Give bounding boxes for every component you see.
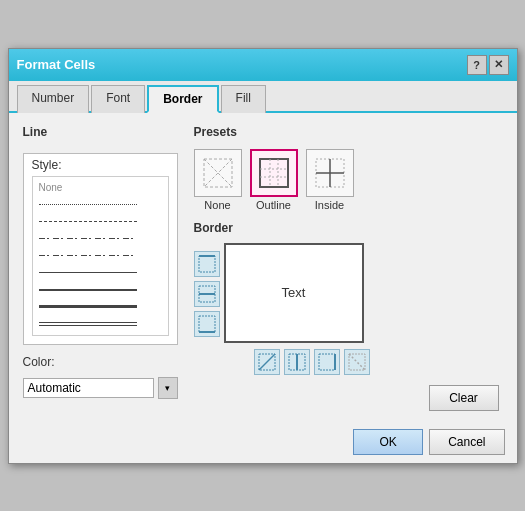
- presets-label: Presets: [194, 125, 503, 139]
- double-line: [39, 322, 137, 326]
- line-style-none[interactable]: None: [37, 181, 164, 195]
- svg-rect-15: [199, 316, 215, 332]
- preset-none-icon: [194, 149, 242, 197]
- border-top-icon: [198, 255, 216, 273]
- format-cells-dialog: Format Cells ? ✕ Number Font Border Fill…: [8, 48, 518, 464]
- preset-none-label: None: [204, 199, 230, 211]
- preset-outline-icon: [250, 149, 298, 197]
- line-style-double[interactable]: [37, 317, 164, 331]
- clear-button[interactable]: Clear: [429, 385, 499, 411]
- dialog-title: Format Cells: [17, 57, 96, 72]
- border-btn-top[interactable]: [194, 251, 220, 277]
- preset-inside[interactable]: Inside: [306, 149, 354, 211]
- line-none-label: None: [39, 182, 63, 193]
- line-style-dashed1[interactable]: [37, 215, 164, 229]
- color-label: Color:: [23, 355, 178, 369]
- line-group-label: Line: [23, 125, 178, 139]
- style-label: Style:: [32, 158, 169, 172]
- line-section: Style: None: [23, 153, 178, 345]
- svg-rect-21: [319, 354, 335, 370]
- svg-line-18: [259, 354, 275, 370]
- border-preview-text: Text: [282, 285, 306, 300]
- border-btn-diag-down[interactable]: [254, 349, 280, 375]
- tabs-row: Number Font Border Fill: [9, 81, 517, 113]
- border-area: Text: [194, 243, 503, 375]
- line-style-thick[interactable]: [37, 300, 164, 314]
- border-middle-h-icon: [198, 285, 216, 303]
- left-panel: Line Style: None: [23, 125, 178, 411]
- border-label: Border: [194, 221, 503, 235]
- line-style-thin[interactable]: [37, 266, 164, 280]
- tab-number[interactable]: Number: [17, 85, 90, 113]
- border-preview[interactable]: Text: [224, 243, 364, 343]
- preset-inside-label: Inside: [315, 199, 344, 211]
- border-btn-diag-up[interactable]: [344, 349, 370, 375]
- border-bottom-icon: [198, 315, 216, 333]
- color-value: Automatic: [28, 381, 81, 395]
- content-area: Line Style: None: [9, 113, 517, 423]
- thick-line: [39, 305, 137, 308]
- dashed-line: [39, 221, 137, 222]
- line-style-med[interactable]: [37, 283, 164, 297]
- svg-line-24: [349, 354, 365, 370]
- cancel-button[interactable]: Cancel: [429, 429, 504, 455]
- preset-none[interactable]: None: [194, 149, 242, 211]
- color-select-box[interactable]: Automatic: [23, 378, 154, 398]
- border-buttons-bottom: [224, 349, 370, 375]
- preset-outline-label: Outline: [256, 199, 291, 211]
- preset-outline[interactable]: Outline: [250, 149, 298, 211]
- tab-border[interactable]: Border: [147, 85, 218, 113]
- border-buttons-left: [194, 243, 220, 337]
- title-bar: Format Cells ? ✕: [9, 49, 517, 81]
- help-button[interactable]: ?: [467, 55, 487, 75]
- border-btn-left[interactable]: [284, 349, 310, 375]
- presets-section: Presets None: [194, 125, 503, 211]
- svg-rect-23: [349, 354, 365, 370]
- border-btn-middle-h[interactable]: [194, 281, 220, 307]
- svg-rect-11: [199, 256, 215, 272]
- diag-up-icon: [348, 353, 366, 371]
- footer-row: OK Cancel: [9, 423, 517, 463]
- right-panel: Presets None: [194, 125, 503, 411]
- preset-inside-svg: [312, 155, 348, 191]
- tab-fill[interactable]: Fill: [221, 85, 266, 113]
- color-dropdown-arrow[interactable]: ▾: [158, 377, 178, 399]
- tab-font[interactable]: Font: [91, 85, 145, 113]
- line-style-dashdot2[interactable]: [37, 249, 164, 263]
- thin-line: [39, 272, 137, 273]
- close-button[interactable]: ✕: [489, 55, 509, 75]
- med-line: [39, 289, 137, 291]
- clear-btn-row: Clear: [194, 385, 503, 411]
- preset-none-svg: [200, 155, 236, 191]
- dashdot-line: [39, 238, 137, 239]
- ok-button[interactable]: OK: [353, 429, 423, 455]
- border-btn-bottom[interactable]: [194, 311, 220, 337]
- line-style-dotted1[interactable]: [37, 198, 164, 212]
- border-left-icon: [288, 353, 306, 371]
- diag-down-icon: [258, 353, 276, 371]
- dashdot2-line: [39, 255, 137, 256]
- preset-inside-icon: [306, 149, 354, 197]
- color-dropdown: Automatic ▾: [23, 377, 178, 399]
- border-right-icon: [318, 353, 336, 371]
- preset-outline-svg: [256, 155, 292, 191]
- border-section: Border: [194, 221, 503, 375]
- title-bar-buttons: ? ✕: [467, 55, 509, 75]
- color-section: Color: Automatic ▾: [23, 355, 178, 399]
- presets-row: None Outline: [194, 149, 503, 211]
- line-style-dashdot1[interactable]: [37, 232, 164, 246]
- svg-rect-3: [260, 159, 288, 187]
- border-btn-right[interactable]: [314, 349, 340, 375]
- dotted-line: [39, 204, 137, 205]
- line-styles-list: None: [32, 176, 169, 336]
